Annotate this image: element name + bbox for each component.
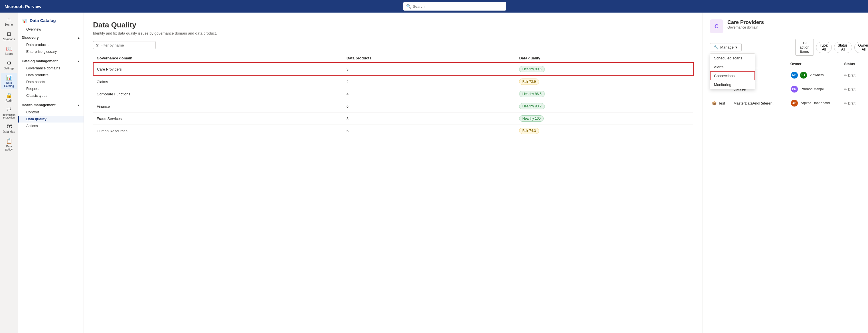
sidebar-item-classic-types[interactable]: Classic types — [18, 92, 84, 99]
manage-label: Manage — [720, 45, 734, 49]
sidebar-item-audit[interactable]: 🔒 Audit — [1, 90, 17, 104]
home-label: Home — [5, 23, 13, 26]
sidebar-item-data-policy[interactable]: 📋 Data policy — [1, 136, 17, 153]
quality-badge: Healthy 100 — [519, 115, 544, 122]
data-policy-icon: 📋 — [6, 138, 12, 144]
avatar: PM — [790, 85, 798, 93]
table-header-row: Governance domain ↑ Data products Data q… — [93, 54, 693, 63]
panel-cell-status: ✏ Draft — [842, 82, 861, 96]
product-icon: 📦 — [712, 101, 716, 105]
sidebar-item-data-map[interactable]: 🗺 Data Map — [1, 122, 17, 135]
catalog-chevron: ▲ — [77, 60, 80, 63]
search-input[interactable] — [413, 4, 503, 8]
cell-data-quality: Fair 74.3 — [516, 125, 693, 137]
table-row[interactable]: Claims2Fair 73.9 — [93, 75, 693, 88]
cell-data-quality: Healthy 86.5 — [516, 88, 693, 100]
data-map-icon: 🗺 — [6, 124, 12, 130]
dropdown-item-monitoring[interactable]: Monitoring — [710, 80, 755, 89]
cell-governance-domain: Care Providers — [93, 63, 343, 75]
filter-bar: ⧖ — [93, 41, 693, 49]
col-data-products: Data products — [343, 54, 516, 63]
catalog-management-label: Catalog management — [22, 59, 58, 63]
sort-icon: ↑ — [134, 57, 136, 60]
page-subtitle: Identify and fix data quality issues by … — [93, 31, 693, 35]
filter-owner-pill[interactable]: Owner: All — [854, 42, 868, 53]
sidebar-item-actions[interactable]: Actions — [18, 122, 84, 129]
owners-text: 2 owners — [810, 73, 824, 77]
table-row[interactable]: Corporate Functions4Healthy 86.5 — [93, 88, 693, 100]
cell-data-products: 3 — [343, 63, 516, 75]
sidebar-item-solutions[interactable]: ⊞ Solutions — [1, 29, 17, 43]
owners-text: Arpitha Dhanapathi — [801, 101, 830, 105]
quality-badge: Healthy 86.5 — [519, 91, 545, 97]
table-row[interactable]: Human Resources5Fair 74.3 — [93, 125, 693, 137]
health-management-label: Health management — [22, 103, 56, 107]
quality-badge: Healthy 89.6 — [519, 66, 545, 72]
search-box[interactable]: 🔍 — [403, 2, 506, 10]
data-policy-label: Data policy — [2, 145, 16, 151]
sidebar-item-enterprise-glossary[interactable]: Enterprise glossary — [18, 48, 84, 55]
learn-label: Learn — [5, 52, 13, 55]
cell-governance-domain: Finance — [93, 100, 343, 113]
quality-badge: Fair 74.3 — [519, 128, 539, 134]
sidebar-item-overview[interactable]: Overview — [18, 26, 84, 33]
audit-icon: 🔒 — [6, 92, 12, 99]
data-table: Governance domain ↑ Data products Data q… — [93, 54, 693, 137]
sidebar-item-settings[interactable]: ⚙ Settings — [1, 58, 17, 72]
filter-type-pill[interactable]: Type: All — [816, 42, 832, 53]
icon-nav: ⌂ Home ⊞ Solutions 📖 Learn ⚙ Settings 📊 … — [0, 12, 18, 333]
sidebar-section-header-discovery[interactable]: Discovery ▲ — [18, 34, 84, 41]
manage-dropdown-menu: Scheduled scans Alerts Connections Monit… — [710, 53, 755, 89]
filter-by-name-input[interactable] — [100, 43, 153, 48]
table-row[interactable]: Fraud Services3Healthy 100 — [93, 113, 693, 125]
cell-governance-domain: Fraud Services — [93, 113, 343, 125]
sidebar-item-data-quality[interactable]: Data quality — [18, 116, 84, 122]
sidebar: 📊 Data Catalog Overview Discovery ▲ Data… — [18, 12, 84, 333]
cell-data-products: 6 — [343, 100, 516, 113]
sidebar-section-header-health[interactable]: Health management ▲ — [18, 102, 84, 109]
manage-dropdown-container: 🔧 Manage ▾ Scheduled scans Alerts Connec… — [710, 43, 742, 51]
table-row[interactable]: Care Providers3Healthy 89.6 — [93, 63, 693, 75]
avatar: SA — [800, 71, 808, 79]
sidebar-item-controls[interactable]: Controls — [18, 109, 84, 116]
sidebar-item-governance-domains[interactable]: Governance domains — [18, 65, 84, 72]
sidebar-item-data-products-mgmt[interactable]: Data products — [18, 72, 84, 79]
filter-input-box[interactable]: ⧖ — [93, 41, 156, 49]
quality-badge: Fair 73.9 — [519, 79, 539, 85]
action-items-button[interactable]: 19 action items — [795, 39, 814, 56]
sidebar-section-catalog-management: Catalog management ▲ Governance domains … — [18, 56, 84, 100]
owners-text: Pramod Manjali — [801, 87, 824, 91]
cell-data-quality: Healthy 100 — [516, 113, 693, 125]
panel-title-area: Care Providers Governance domain — [727, 20, 764, 29]
filter-status-pill[interactable]: Status: All — [834, 42, 852, 53]
panel-table-row[interactable]: 📦TestMasterDataAndReferen...ADArpitha Dh… — [710, 96, 861, 110]
dropdown-item-connections[interactable]: Connections — [710, 72, 755, 80]
table-row[interactable]: Finance6Healthy 93.2 — [93, 100, 693, 113]
sidebar-item-information-protection[interactable]: 🛡 Information Protection — [1, 105, 17, 121]
search-icon: 🔍 — [406, 4, 411, 8]
panel-title: Care Providers — [727, 20, 764, 25]
dropdown-item-alerts[interactable]: Alerts — [710, 62, 755, 72]
panel-actions-row: 🔧 Manage ▾ Scheduled scans Alerts Connec… — [710, 39, 861, 56]
cell-data-products: 2 — [343, 75, 516, 88]
panel-cell-name: 📦Test — [710, 96, 731, 110]
app-logo: Microsoft Purview — [5, 4, 41, 9]
sidebar-item-data-catalog[interactable]: 📊 Data Catalog — [1, 73, 17, 89]
panel-cell-owner: NDSA2 owners — [788, 68, 842, 82]
sidebar-item-data-products[interactable]: Data products — [18, 41, 84, 48]
solutions-label: Solutions — [3, 38, 15, 41]
cell-data-quality: Healthy 89.6 — [516, 63, 693, 75]
information-protection-icon: 🛡 — [6, 107, 12, 113]
sidebar-item-requests[interactable]: Requests — [18, 85, 84, 92]
data-catalog-icon: 📊 — [6, 75, 12, 81]
sidebar-item-home[interactable]: ⌂ Home — [1, 15, 17, 28]
sidebar-section-header-catalog[interactable]: Catalog management ▲ — [18, 57, 84, 65]
sidebar-item-data-assets[interactable]: Data assets — [18, 79, 84, 85]
dropdown-item-scheduled-scans[interactable]: Scheduled scans — [710, 54, 755, 62]
sidebar-item-learn[interactable]: 📖 Learn — [1, 44, 17, 57]
manage-button[interactable]: 🔧 Manage ▾ — [710, 43, 742, 51]
panel-col-owner: Owner — [788, 60, 842, 68]
col-governance-domain: Governance domain ↑ — [93, 54, 343, 63]
health-chevron: ▲ — [77, 104, 80, 107]
sidebar-header: 📊 Data Catalog — [18, 15, 84, 26]
